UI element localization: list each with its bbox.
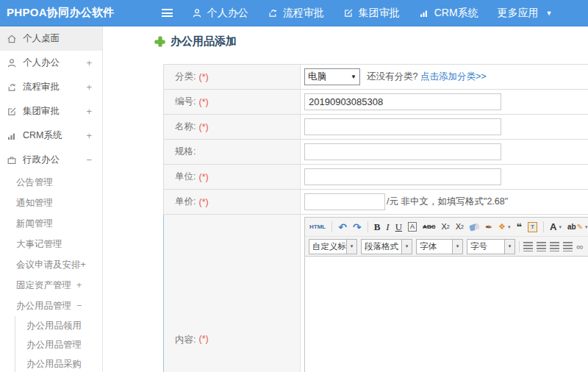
- subscript-button[interactable]: X2: [456, 223, 464, 231]
- sub-base: X: [456, 223, 461, 231]
- name-input[interactable]: [304, 118, 501, 135]
- expand-plus-icon[interactable]: +: [86, 106, 92, 117]
- insert-link-icon[interactable]: ∞: [576, 242, 583, 251]
- sidebar-item-admin-office[interactable]: 行政办公 −: [0, 148, 102, 172]
- sidebar-item-personal-office[interactable]: 个人办公 +: [0, 51, 102, 75]
- subitem-label: 通知管理: [16, 197, 53, 210]
- align-justify-icon[interactable]: [563, 242, 573, 251]
- sidebar-subitem-notice-mgmt[interactable]: 通知管理: [0, 193, 102, 213]
- sub-exp: 2: [461, 224, 464, 229]
- nav-more-apps[interactable]: 更多应用 ▼: [498, 7, 553, 20]
- highlight-color-button[interactable]: ab✎▾: [567, 223, 588, 231]
- sidebar-subitem-events-mgmt[interactable]: 大事记管理: [0, 234, 102, 254]
- sidebar-subsubitem-supplies-purchase[interactable]: 办公用品采购: [15, 354, 102, 372]
- eraser-icon[interactable]: [470, 224, 479, 230]
- html-source-button[interactable]: HTML: [309, 224, 326, 230]
- auto-typeset-button[interactable]: ❖▾: [498, 223, 510, 231]
- unit-input[interactable]: [304, 168, 501, 185]
- caret-down-icon: ▾: [508, 224, 511, 229]
- subitem-label: 固定资产管理: [16, 279, 71, 292]
- chart-icon: [419, 8, 429, 18]
- dropdown-label: 段落格式: [362, 240, 401, 254]
- sidebar-subitem-announcement-mgmt[interactable]: 公告管理: [0, 172, 102, 193]
- toolbar-separator: [519, 241, 520, 252]
- expand-plus-icon[interactable]: +: [86, 57, 92, 68]
- subitem-label: 办公用品管理: [16, 300, 71, 312]
- subitem-label: 公告管理: [16, 176, 53, 189]
- sidebar-subsubitem-supplies-management[interactable]: 办公用品管理: [15, 335, 102, 354]
- align-center-icon[interactable]: [537, 242, 546, 251]
- person-icon: [192, 8, 202, 18]
- expand-plus-icon[interactable]: +: [76, 280, 82, 290]
- toolbar-separator: [331, 221, 332, 232]
- editor-content-area[interactable]: [305, 257, 588, 372]
- paste-text-button[interactable]: T: [528, 222, 537, 232]
- italic-button[interactable]: I: [386, 222, 389, 232]
- hamburger-menu-icon[interactable]: [162, 9, 173, 17]
- field-label: 内容:: [175, 334, 196, 346]
- nav-crm-system[interactable]: CRM系统: [419, 7, 478, 20]
- sidebar-item-workflow-approval[interactable]: 流程审批 +: [0, 75, 102, 99]
- sidebar-item-label: 流程审批: [23, 81, 60, 93]
- price-input[interactable]: [304, 193, 385, 210]
- font-size-dropdown[interactable]: 字号▾: [467, 239, 515, 254]
- flow-icon: [268, 8, 278, 18]
- category-hint: 还没有分类? 点击添加分类>>: [367, 71, 487, 83]
- field-value-cell: 电脑 ▼ 还没有分类? 点击添加分类>>: [301, 65, 588, 89]
- collapse-minus-icon[interactable]: −: [86, 154, 92, 165]
- nav-workflow-approval[interactable]: 流程审批: [268, 7, 324, 20]
- superscript-button[interactable]: X2: [441, 223, 449, 231]
- undo-icon[interactable]: ↶: [338, 222, 347, 232]
- sidebar-subsubitem-supplies-requisition[interactable]: 办公用品领用: [15, 316, 102, 335]
- sidebar-subitem-news-mgmt[interactable]: 新闻管理: [0, 213, 102, 234]
- form-row-spec: 规格:: [163, 140, 588, 165]
- field-label-cell: 内容: (*): [164, 215, 301, 372]
- format-painter-icon[interactable]: ✒: [485, 223, 492, 232]
- sidebar-subitem-meeting-mgmt[interactable]: 会议申请及安排+: [0, 254, 102, 275]
- collapse-minus-icon[interactable]: −: [76, 301, 82, 311]
- sidebar-item-crm-system[interactable]: CRM系统 +: [0, 124, 102, 148]
- add-category-link[interactable]: 点击添加分类>>: [420, 71, 487, 82]
- nav-label: CRM系统: [434, 7, 478, 20]
- category-select[interactable]: 电脑 ▼: [304, 68, 360, 85]
- nav-personal-office[interactable]: 个人办公: [192, 7, 248, 20]
- bold-button[interactable]: B: [374, 222, 381, 232]
- font-color-button[interactable]: A▾: [550, 222, 562, 232]
- sidebar-item-label: 个人办公: [23, 57, 60, 69]
- caret-down-icon: ▾: [452, 240, 462, 254]
- home-icon: [7, 34, 17, 44]
- field-label: 单价:: [175, 196, 196, 208]
- strikethrough-button[interactable]: ABC: [423, 224, 435, 230]
- spec-input[interactable]: [304, 143, 501, 160]
- sidebar-item-personal-desktop[interactable]: 个人桌面: [0, 26, 102, 51]
- code-input[interactable]: [304, 93, 501, 110]
- required-marker: (*): [198, 172, 208, 182]
- edit-icon: [7, 107, 17, 117]
- nav-label: 个人办公: [207, 7, 248, 20]
- subitem-label: 办公用品领用: [26, 320, 82, 332]
- underline-button[interactable]: U: [395, 222, 402, 232]
- field-label-cell: 编号: (*): [164, 90, 301, 114]
- custom-heading-dropdown[interactable]: 自定义标题▾: [309, 239, 357, 254]
- paragraph-format-dropdown[interactable]: 段落格式▾: [361, 239, 412, 254]
- caret-down-icon: ▾: [585, 224, 588, 229]
- expand-plus-icon[interactable]: +: [86, 82, 92, 93]
- editor-toolbar-row1: HTML ↶ ↷ B I U A ABC X2 X2 ✒: [305, 218, 588, 237]
- sidebar-subitem-office-supplies-mgmt[interactable]: 办公用品管理−: [0, 296, 102, 316]
- sidebar-item-group-approval[interactable]: 集团审批 +: [0, 99, 102, 124]
- align-right-icon[interactable]: [550, 242, 559, 251]
- field-label-cell: 单价: (*): [164, 190, 301, 214]
- category-select-value: 电脑: [308, 71, 326, 83]
- blockquote-icon[interactable]: ❝: [516, 222, 522, 232]
- font-border-button[interactable]: A: [408, 222, 417, 232]
- field-label-cell: 单位: (*): [164, 165, 301, 189]
- nav-group-approval[interactable]: 集团审批: [343, 7, 400, 20]
- font-family-dropdown[interactable]: 字体▾: [416, 239, 463, 254]
- chart-icon: [7, 131, 17, 141]
- sidebar-item-label: 集团审批: [23, 105, 60, 118]
- expand-plus-icon[interactable]: +: [86, 130, 92, 141]
- sup-base: X: [441, 223, 446, 231]
- redo-icon[interactable]: ↷: [353, 222, 362, 232]
- align-left-icon[interactable]: [523, 242, 533, 251]
- sidebar-subitem-fixed-assets-mgmt[interactable]: 固定资产管理+: [0, 275, 102, 296]
